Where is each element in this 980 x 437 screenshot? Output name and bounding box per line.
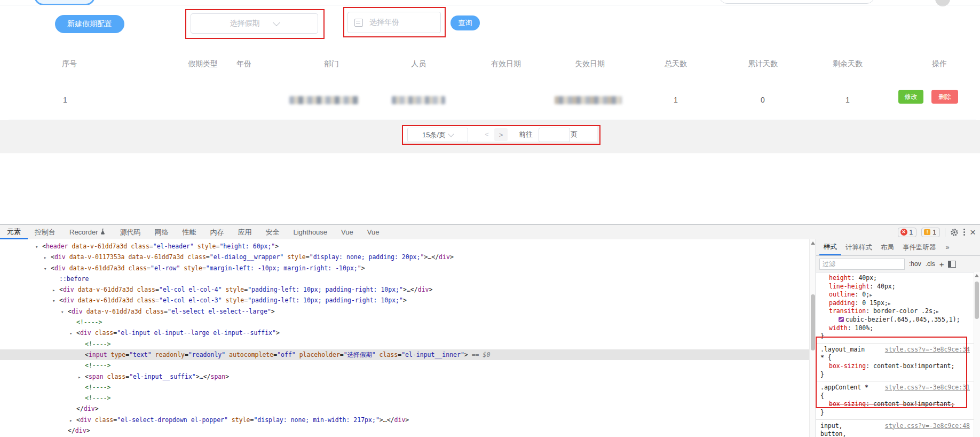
- page-size-select[interactable]: 15条/页: [407, 128, 468, 142]
- styles-filter-row: 过滤 :hov .cls +: [816, 256, 980, 272]
- devtools-selected-node[interactable]: <input type="text" readonly="readonly" a…: [0, 349, 809, 360]
- devtools-tab-源代码[interactable]: 源代码: [113, 225, 147, 239]
- styles-tab-0[interactable]: 样式: [819, 239, 841, 255]
- table-row[interactable]: 1 1 0 1 修改 删除: [9, 81, 976, 120]
- header-divider: [0, 5, 980, 5]
- stylesheet-link[interactable]: style.css?v=-3e8c9ce:31: [885, 384, 970, 392]
- stylesheet-link[interactable]: style.css?v=-3e8c9ce:48: [885, 422, 970, 431]
- expand-value-icon[interactable]: ▶: [870, 291, 872, 300]
- devtools-dom-node[interactable]: </div>: [0, 403, 809, 414]
- styles-scrollbar[interactable]: [974, 272, 980, 437]
- sidebar-layout-icon[interactable]: [948, 261, 956, 268]
- css-property[interactable]: outline: 0;▶: [820, 291, 970, 299]
- css-property[interactable]: box-sizing: content-box!important;: [820, 362, 970, 371]
- new-style-rule-icon[interactable]: +: [939, 260, 944, 269]
- styles-filter-input[interactable]: 过滤: [819, 259, 905, 270]
- devtools-dom-node[interactable]: ▾<div data-v-61dd7a3d class="el-select e…: [0, 306, 809, 317]
- holiday-type-select[interactable]: 选择假期: [191, 13, 318, 34]
- devtools-tab-网络[interactable]: 网络: [147, 225, 175, 239]
- edit-button[interactable]: 修改: [898, 90, 923, 104]
- expand-closed-icon[interactable]: ▸: [52, 285, 59, 295]
- next-page-button[interactable]: >: [494, 128, 508, 141]
- css-property[interactable]: transition: border-color .2s;▶: [820, 307, 970, 316]
- scroll-up-arrow[interactable]: [811, 241, 815, 245]
- devtools-tab-安全[interactable]: 安全: [258, 225, 286, 239]
- css-rule-block-0: height: 40px;line-height: 40px;outline: …: [816, 272, 974, 343]
- prev-page-button[interactable]: <: [483, 128, 491, 141]
- expand-open-icon[interactable]: ▾: [44, 263, 51, 274]
- column-header-1: 假期类型: [188, 47, 218, 81]
- styles-tab-1[interactable]: 计算样式: [841, 239, 876, 255]
- expand-open-icon[interactable]: ▾: [35, 241, 42, 252]
- devtools-tab-内存[interactable]: 内存: [203, 225, 231, 239]
- expand-value-icon[interactable]: ▶: [936, 308, 939, 316]
- close-icon[interactable]: ×: [970, 227, 976, 237]
- devtools-tab-lighthouse[interactable]: Lighthouse: [286, 225, 334, 239]
- scrollbar-thumb[interactable]: [975, 282, 979, 319]
- year-date-input[interactable]: 选择年份: [347, 12, 441, 33]
- expand-closed-icon[interactable]: ▸: [44, 252, 51, 263]
- goto-page-input[interactable]: [539, 128, 570, 142]
- devtools-dom-node[interactable]: ▾<header data-v-61dd7a3d class="el-heade…: [0, 241, 809, 252]
- devtools-dom-node[interactable]: ::before: [0, 274, 809, 284]
- expand-closed-icon[interactable]: ▸: [69, 415, 76, 426]
- devtools-dom-node[interactable]: <!---->: [0, 393, 809, 403]
- error-badge[interactable]: ✕ 1: [898, 228, 917, 237]
- devtools-dom-node[interactable]: ▾<div data-v-61dd7a3d class="el-row" sty…: [0, 263, 809, 274]
- devtools-dom-node[interactable]: <!---->: [0, 339, 809, 349]
- expand-open-icon[interactable]: ▾: [69, 328, 76, 339]
- devtools-tab-recorder[interactable]: Recorder: [62, 225, 113, 239]
- column-header-8: 累计天数: [748, 47, 778, 81]
- more-tabs-icon[interactable]: »: [942, 239, 954, 255]
- delete-button[interactable]: 删除: [931, 90, 958, 104]
- css-property[interactable]: line-height: 40px;: [820, 283, 970, 291]
- css-property[interactable]: cubic-bezier(.645,.045,.355,1);: [820, 316, 970, 324]
- devtools-tab-控制台[interactable]: 控制台: [28, 225, 62, 239]
- warning-badge[interactable]: ! 1: [921, 228, 940, 237]
- devtools-dom-node[interactable]: ▸<div data-v-0117353a data-v-61dd7a3d cl…: [0, 252, 809, 262]
- devtools-tab-性能[interactable]: 性能: [175, 225, 203, 239]
- scroll-up-arrow[interactable]: [975, 274, 979, 277]
- devtools-dom-node[interactable]: ▸<span class="el-input__suffix">…</span>: [0, 371, 809, 382]
- column-header-10: 操作: [932, 47, 947, 81]
- toggle-hover-state[interactable]: :hov: [909, 260, 921, 268]
- column-header-6: 失效日期: [575, 47, 605, 81]
- devtools-tab-应用[interactable]: 应用: [231, 225, 258, 239]
- css-property[interactable]: box-sizing: content-box!important;: [820, 400, 970, 409]
- expand-value-icon[interactable]: ▶: [888, 300, 891, 308]
- calendar-icon: [354, 19, 363, 27]
- styles-tab-3[interactable]: 事件监听器: [898, 239, 941, 255]
- settings-gear-icon[interactable]: [950, 228, 959, 237]
- more-options-icon[interactable]: [963, 229, 965, 236]
- devtools-dom-node[interactable]: </div>: [0, 425, 809, 436]
- expand-closed-icon[interactable]: ▸: [78, 372, 85, 383]
- avatar[interactable]: [935, 0, 950, 6]
- css-selector: input,: [820, 422, 843, 431]
- css-selector: .appContent *: [820, 384, 868, 392]
- devtools-dom-node[interactable]: <!---->: [0, 382, 809, 393]
- css-rules: height: 40px;line-height: 40px;outline: …: [816, 272, 974, 437]
- cutoff-search-box[interactable]: [719, 0, 875, 4]
- devtools-dom-node[interactable]: ▸<div class="el-select-dropdown el-poppe…: [0, 415, 809, 425]
- expand-open-icon[interactable]: ▾: [52, 295, 59, 306]
- devtools-dom-node[interactable]: ▾<div data-v-61dd7a3d class="el-col el-c…: [0, 295, 809, 306]
- devtools-tab-元素[interactable]: 元素: [0, 225, 28, 239]
- styles-tab-2[interactable]: 布局: [876, 239, 898, 255]
- devtools-dom-node[interactable]: <!---->: [0, 360, 809, 371]
- devtools-tab-vue[interactable]: Vue: [360, 225, 386, 239]
- css-property[interactable]: height: 40px;: [820, 274, 970, 283]
- devtools-tab-vue[interactable]: Vue: [334, 225, 360, 239]
- new-holiday-config-button[interactable]: 新建假期配置: [55, 15, 124, 33]
- devtools-tabbar: 元素控制台Recorder源代码网络性能内存应用安全LighthouseVueV…: [0, 225, 980, 240]
- devtools-dom-node[interactable]: ▸<div data-v-61dd7a3d class="el-col el-c…: [0, 284, 809, 295]
- scrollbar-thumb[interactable]: [811, 294, 815, 350]
- css-property[interactable]: padding: 0 15px;▶: [820, 299, 970, 308]
- expand-open-icon[interactable]: ▾: [61, 307, 68, 317]
- devtools-dom-node[interactable]: ▾<div class="el-input el-input--large el…: [0, 327, 809, 338]
- bezier-editor-icon[interactable]: [839, 317, 844, 322]
- devtools-dom-node[interactable]: <!---->: [0, 317, 809, 327]
- toggle-classes[interactable]: .cls: [926, 260, 935, 268]
- stylesheet-link[interactable]: style.css?v=-3e8c9ce:34: [885, 346, 970, 354]
- css-property[interactable]: width: 100%;: [820, 324, 970, 333]
- query-button[interactable]: 查询: [451, 15, 480, 30]
